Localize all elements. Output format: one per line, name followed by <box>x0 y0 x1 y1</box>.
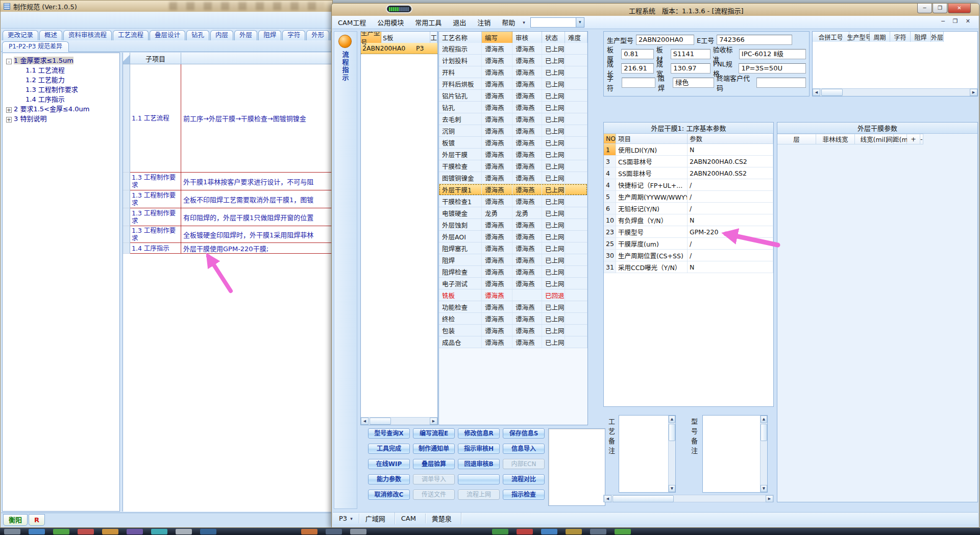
process-row[interactable]: 电镀硬金 龙勇 龙勇 已上网 <box>439 207 587 219</box>
close-button[interactable]: ✕ <box>948 4 971 13</box>
process-row[interactable]: 外层干膜 谭海燕 谭海燕 已上网 <box>439 149 587 160</box>
process-row[interactable]: 流程指示 谭海燕 谭海燕 已上网 <box>439 43 587 55</box>
tree-expander-icon[interactable]: + <box>6 107 12 113</box>
param-row[interactable]: 4 快捷标记（FP+UL+... / <box>604 179 773 191</box>
product-list-hscrollbar[interactable]: ◀ ▶ <box>361 417 437 425</box>
scroll-right-icon[interactable]: ▶ <box>970 89 977 96</box>
taskbar-icon[interactable] <box>326 529 342 534</box>
taskbar-icon[interactable] <box>78 529 94 534</box>
process-row[interactable]: 功能检查 谭海燕 谭海燕 已上网 <box>439 301 587 313</box>
process-column-header[interactable]: 编写 <box>482 32 512 43</box>
film-column-header[interactable]: 层 <box>777 134 816 144</box>
spec-tab[interactable]: 更改记录 <box>3 30 38 40</box>
action-button[interactable]: 传送文件 <box>413 490 455 500</box>
tree-item[interactable]: 1.3 工程制作要求 <box>3 85 119 94</box>
scroll-up-icon[interactable]: ▲ <box>761 416 767 423</box>
spec-tab[interactable]: 钻孔 <box>186 30 209 40</box>
merge-column-header[interactable]: 外层 <box>931 32 944 42</box>
model-note-box[interactable]: ▲ ▼ <box>702 415 768 493</box>
process-row[interactable]: 阻焊 谭海燕 谭海燕 已上网 <box>439 254 587 266</box>
action-button[interactable]: 取消修改C <box>368 490 410 500</box>
action-button[interactable]: 修改信息R <box>458 428 500 439</box>
spec-tab[interactable]: 叠层设计 <box>150 30 185 40</box>
tree-expander-icon[interactable]: + <box>6 117 12 123</box>
legend-field[interactable] <box>622 78 655 88</box>
subtab-p1p2p3[interactable]: P1-P2-P3 规范差异 <box>2 41 69 52</box>
taskbar-icon[interactable] <box>541 529 557 534</box>
scroll-right-icon[interactable]: ▶ <box>430 418 437 425</box>
note-vscrollbar[interactable]: ▲ ▼ <box>760 416 767 492</box>
status-bar-item[interactable]: CAM <box>395 514 426 523</box>
process-row[interactable]: 铣板 谭海燕 已回退 <box>439 289 587 301</box>
action-button[interactable] <box>458 474 500 484</box>
process-row[interactable]: 板镀 谭海燕 谭海燕 已上网 <box>439 137 587 149</box>
action-button[interactable]: 在线WIP <box>368 459 410 469</box>
taskbar-icon[interactable] <box>301 529 317 534</box>
standard-field[interactable]: IPC-6012 Ⅱ级 <box>739 49 806 59</box>
action-button[interactable]: 流程上网 <box>458 490 500 500</box>
param-column-header[interactable]: NO <box>604 134 616 143</box>
process-row[interactable]: 干膜检查1 谭海燕 谭海燕 已上网 <box>439 196 587 207</box>
status-bar-item[interactable]: 广域网 <box>359 513 395 524</box>
scroll-left-icon[interactable]: ◀ <box>813 89 820 96</box>
process-row[interactable]: 开料后烘板 谭海燕 谭海燕 已上网 <box>439 78 587 90</box>
action-button[interactable]: 调单导入 <box>413 474 455 484</box>
scroll-down-icon[interactable]: ▼ <box>761 485 767 492</box>
menu-item[interactable]: 注销 <box>472 16 496 29</box>
param-column-header[interactable]: 参数 <box>688 134 773 143</box>
spec-tab[interactable]: 概述 <box>39 30 62 40</box>
process-column-header[interactable]: 工艺名称 <box>439 32 482 43</box>
spec-tab[interactable]: 外形 <box>306 30 329 40</box>
table-corner-icon[interactable] <box>123 53 130 64</box>
film-column-header[interactable]: + <box>907 134 920 144</box>
merge-table-hscrollbar[interactable]: ◀ ▶ <box>813 88 977 96</box>
menu-combobox[interactable]: ▾ <box>530 17 584 28</box>
taskbar-icon[interactable] <box>200 529 216 534</box>
product-column-header[interactable]: 工 <box>430 32 437 43</box>
action-button[interactable]: 能力参数 <box>368 474 410 484</box>
taskbar-icon[interactable] <box>151 529 167 534</box>
scroll-up-icon[interactable]: ▲ <box>669 416 675 423</box>
scroll-thumb[interactable] <box>370 418 391 425</box>
status-bar-item[interactable]: P3▾ <box>333 514 359 523</box>
spec-tab[interactable]: 字符 <box>282 30 305 40</box>
spec-table-row[interactable]: 1.4 工序指示 外层干膜使用GPM-220干膜; <box>123 243 333 254</box>
material-field[interactable]: S1141 <box>671 49 710 59</box>
tree-item[interactable]: +2 要求1.5<金厚≤4.0um <box>3 104 119 114</box>
merge-column-header[interactable]: 字符 <box>890 32 911 42</box>
menu-item[interactable]: 公用模块 <box>372 16 409 29</box>
scroll-down-icon[interactable]: ▼ <box>669 485 675 492</box>
pnl-spec-field[interactable]: 1P=3S=50U <box>739 63 806 74</box>
combo-dropdown-icon[interactable]: ▾ <box>576 18 584 27</box>
spec-table-row[interactable]: 1.3 工程制作要求 外干膜1菲林按客户要求进行设计，不可与阻 <box>123 173 333 190</box>
process-note-box[interactable]: ▲ ▼ <box>619 415 676 493</box>
site-tab[interactable]: R <box>29 514 45 526</box>
menu-item[interactable]: 退出 <box>447 16 472 29</box>
spec-table-row[interactable]: 1.3 工程制作要求 有印阻焊的，外层干膜1只做阻焊开窗的位置 <box>123 208 333 226</box>
param-row[interactable]: 25 干膜厚度(um) / <box>604 238 773 250</box>
menu-item[interactable]: CAM工程 <box>332 16 372 29</box>
action-button[interactable]: 保存信息S <box>503 428 545 439</box>
merge-column-header[interactable]: 阻焊 <box>911 32 931 42</box>
merge-column-header[interactable]: 合拼工号 <box>813 32 849 42</box>
taskbar-icon[interactable] <box>4 529 20 534</box>
process-row[interactable]: 包装 谭海燕 谭海燕 已上网 <box>439 325 587 336</box>
taskbar-icon[interactable] <box>127 529 143 534</box>
spec-table-row[interactable]: 1.1 工艺流程 前工序→外层干膜→干膜检查→图镀铜镍金 <box>123 64 333 173</box>
taskbar-icon[interactable] <box>29 529 45 534</box>
param-row[interactable]: 1 使用LDI(Y/N) N <box>604 144 773 156</box>
action-button[interactable]: 叠层验算 <box>413 459 455 469</box>
taskbar-icon[interactable] <box>615 529 631 534</box>
action-button[interactable]: 流程对比 <box>503 474 545 484</box>
merge-column-header[interactable]: 周期 <box>870 32 890 42</box>
film-column-header[interactable]: 菲林线宽 <box>816 134 855 144</box>
action-button[interactable]: 指示审核H <box>458 444 500 454</box>
action-button[interactable]: 指示检查 <box>503 490 545 500</box>
tree-item[interactable]: 1.1 工艺流程 <box>3 65 119 75</box>
process-row[interactable]: 干膜检查 谭海燕 谭海燕 已上网 <box>439 160 587 172</box>
process-row[interactable]: 外层蚀刻 谭海燕 谭海燕 已上网 <box>439 219 587 231</box>
menu-overflow-icon[interactable]: ▾ <box>521 20 527 25</box>
minimize-button[interactable]: ─ <box>917 4 932 13</box>
site-tab[interactable]: 衡阳 <box>3 514 28 526</box>
param-panel-hscrollbar[interactable]: ◀ ▶ <box>603 495 774 502</box>
